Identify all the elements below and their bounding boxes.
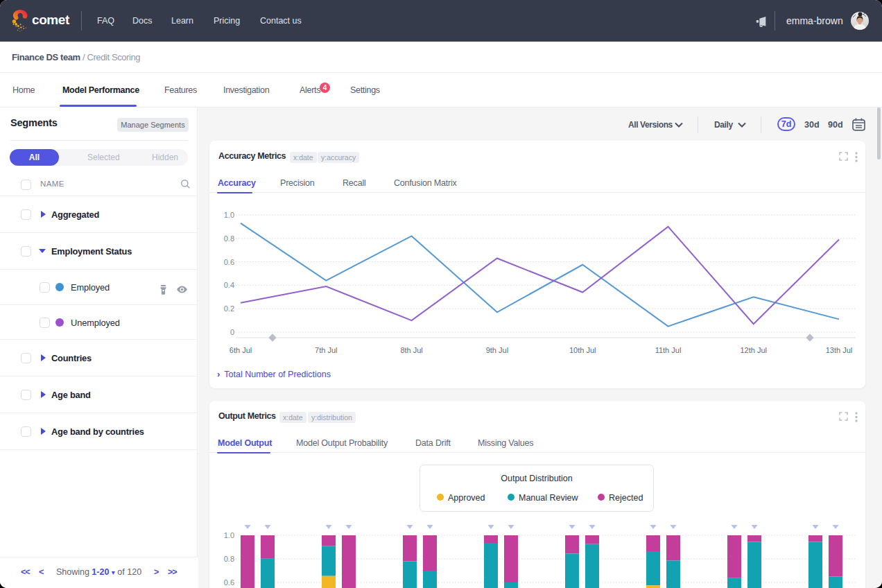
svg-text:7th Jul: 7th Jul — [315, 346, 337, 354]
svg-text:13th Jul: 13th Jul — [826, 346, 853, 354]
svg-text:1.0: 1.0 — [224, 531, 234, 539]
svg-text:0.2: 0.2 — [224, 304, 234, 313]
svg-text:6th Jul: 6th Jul — [230, 346, 252, 354]
svg-text:0.8: 0.8 — [224, 234, 234, 243]
svg-text:0.4: 0.4 — [224, 281, 234, 289]
svg-text:0: 0 — [230, 328, 234, 336]
svg-text:0.8: 0.8 — [224, 555, 234, 563]
svg-text:10th Jul: 10th Jul — [569, 346, 596, 354]
svg-text:11th Jul: 11th Jul — [655, 346, 682, 354]
svg-text:12th Jul: 12th Jul — [740, 346, 767, 354]
svg-text:9th Jul: 9th Jul — [486, 346, 508, 354]
svg-text:8th Jul: 8th Jul — [400, 346, 422, 354]
svg-text:0.6: 0.6 — [224, 578, 234, 587]
svg-text:1.0: 1.0 — [224, 211, 234, 219]
svg-text:0.6: 0.6 — [224, 258, 234, 266]
